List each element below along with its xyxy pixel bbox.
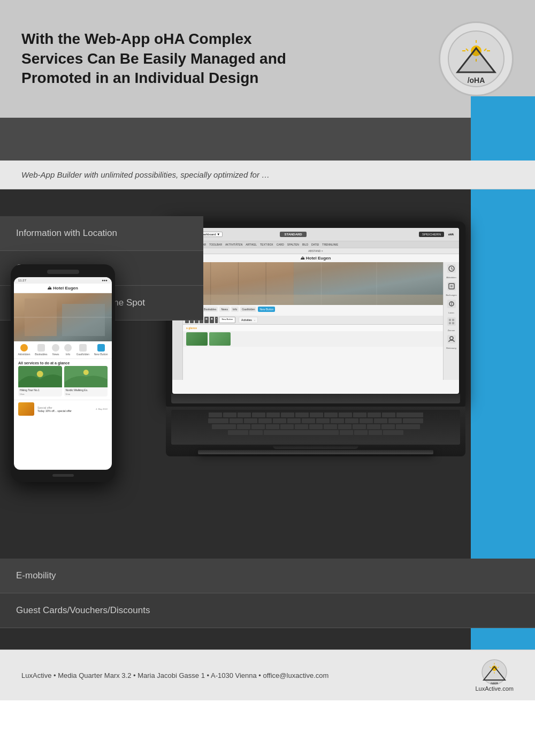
webapp-standard-btn[interactable]: STANDARD — [280, 232, 306, 237]
webapp-sidebar-zimmer-label: Zimmer — [448, 329, 455, 332]
feature-item-guest-cards[interactable]: Guest Cards/Vouchers/Discounts — [0, 593, 535, 628]
toolbar-card[interactable]: CARD — [276, 242, 285, 247]
phone-nav-gastfolden[interactable]: Gastfolden — [77, 344, 89, 356]
toolbar2-btn6[interactable]: ▣ — [210, 317, 214, 323]
webapp-sidebar-listen-icon[interactable] — [447, 300, 456, 308]
footer-logo: /oHA LuxActive.com — [475, 659, 514, 692]
webapp-topbar: English ▼ Dashboard ▼ STANDARD SPEICHERN… — [172, 228, 459, 241]
top-section: With the Web-App oHA Complex Services Ca… — [0, 0, 535, 118]
phone-activity-1-sub: Ursa — [18, 393, 62, 396]
toolbar2-btn7[interactable]: ▪ — [215, 317, 218, 323]
laptop-screen-outer: English ▼ Dashboard ▼ STANDARD SPEICHERN… — [166, 222, 465, 407]
laptop-trackpad — [273, 445, 358, 449]
webapp-oha-icon: oHA — [446, 230, 456, 239]
feature-item-information[interactable]: Information with Location — [0, 216, 203, 251]
laptop-mockup: English ▼ Dashboard ▼ STANDARD SPEICHERN… — [166, 222, 465, 456]
webapp-activities-label: Activities — [241, 318, 252, 322]
toolbar-textbox[interactable]: TEXT BOX — [259, 242, 274, 247]
webapp-nav-row: Aktivitäten Bookables News Info Gastfold… — [183, 305, 443, 314]
webapp-sidebar-activities-icon[interactable] — [447, 264, 456, 273]
webapp-nav-bookables[interactable]: Bookables — [202, 307, 218, 312]
phone-special-offer[interactable]: Special offer Today 10% off... special o… — [14, 400, 112, 418]
laptop-body: English ▼ Dashboard ▼ STANDARD SPEICHERN… — [166, 222, 465, 456]
phone-nav-row: Aktivitäten Bookables News Info — [14, 341, 112, 359]
svg-rect-37 — [452, 322, 454, 324]
svg-rect-29 — [449, 284, 454, 289]
webapp-sidebar-betreuung-label: Betreuung — [446, 347, 456, 349]
svg-point-16 — [37, 371, 43, 377]
webapp-sidebar-listen-label: Listen — [448, 311, 454, 314]
phone-signal: ●●● — [102, 279, 108, 282]
webapp-toolbar2: ⊞ ◁ ▷ ⤓ ▦ ▣ ▪ New Button — [183, 316, 443, 325]
bottom-features-section: E-mobility Guest Cards/Vouchers/Discount… — [0, 559, 535, 628]
svg-point-38 — [450, 337, 453, 340]
phone-activity-card-1[interactable]: Hiking Tour No.1 Ursa — [18, 366, 62, 396]
webapp-thumb2 — [209, 332, 231, 346]
phone-status-bar: 11:27 ●●● — [14, 277, 112, 284]
key-row-1 — [174, 413, 457, 417]
phone-hotel-image — [14, 293, 112, 341]
toolbar-spalten[interactable]: SPALTEN — [286, 242, 300, 247]
phone-hotel-name: Hotel Eugen — [53, 286, 78, 291]
webapp-sidebar-buchungen-label: Buchungen — [446, 294, 456, 296]
webapp-content: ≡ ⊞ — [172, 262, 459, 380]
svg-rect-34 — [449, 319, 451, 321]
phone-nav-info[interactable]: Info — [64, 344, 72, 356]
webapp-ui: English ▼ Dashboard ▼ STANDARD SPEICHERN… — [172, 228, 459, 394]
webapp-nav-gastfolden[interactable]: Gastfolden — [240, 307, 256, 312]
phone-nav-new-button[interactable]: New Button — [94, 344, 108, 356]
webapp-right-sidebar: Aktivitäten Buchungen Listen — [443, 262, 459, 380]
toolbar-datei[interactable]: DATEI — [310, 242, 320, 247]
phone-activity-2-title: Nordic Walking Ex. — [64, 387, 108, 393]
webapp-sidebar-buchungen-icon[interactable] — [447, 282, 456, 291]
toolbar-toolbar[interactable]: TOOLBAR — [208, 242, 223, 247]
toolbar2-new-btn[interactable]: New Button — [219, 317, 235, 323]
laptop-bottom-bar — [198, 450, 433, 454]
svg-text:/oHA: /oHA — [468, 76, 485, 85]
phone-hotel-header: ⛰ Hotel Eugen — [14, 284, 112, 293]
phone-hotel-icon: ⛰ — [48, 286, 53, 291]
phone-home-button — [52, 474, 74, 477]
webapp-glance-text: a glance — [183, 325, 443, 331]
webapp-hotel-title: ⛰ Hotel Eugen — [172, 254, 459, 262]
toolbar-bild[interactable]: BILD — [301, 242, 309, 247]
svg-point-18 — [83, 370, 88, 375]
toolbar-aktivitaten[interactable]: AKTIVITÄTEN — [224, 242, 243, 247]
toolbar2-btn5[interactable]: ▦ — [204, 317, 209, 323]
webapp-nav-info[interactable]: Info — [231, 307, 239, 312]
phone-offer-image — [18, 402, 34, 416]
laptop-screen-inner: English ▼ Dashboard ▼ STANDARD SPEICHERN… — [172, 228, 459, 394]
key-row-4 — [174, 430, 457, 435]
laptop-keyboard-area — [166, 407, 465, 456]
webapp-sidebar-activities-label: Aktivitäten — [446, 276, 456, 279]
feature-item-emobility[interactable]: E-mobility — [0, 559, 535, 593]
phone-activity-2-sub: Ursa — [64, 393, 108, 396]
webapp-toolbar: BUTTON BUTTONBAR TOOLBAR AKTIVITÄTEN ART… — [172, 241, 459, 248]
webapp-sidebar-zimmer-icon[interactable] — [447, 317, 456, 326]
toolbar-artikel[interactable]: ARTIKEL — [244, 242, 258, 247]
phone-body: 11:27 ●●● ⛰ Hotel Eugen — [11, 264, 115, 482]
key-row-2 — [174, 418, 457, 423]
oha-logo-circle: /oHA — [439, 21, 514, 96]
toolbar-trennlinie[interactable]: TRENNLINIE — [321, 242, 339, 247]
middle-section: Information with Location Orders/Reserva… — [0, 189, 535, 650]
footer-logo-text: LuxActive.com — [475, 685, 514, 692]
webapp-speichern-btn[interactable]: SPEICHERN — [419, 232, 444, 237]
phone-nav-bookables[interactable]: Bookables — [35, 344, 47, 356]
webapp-hotel-image — [183, 262, 443, 305]
svg-rect-27 — [183, 295, 443, 305]
webapp-nav-news[interactable]: News — [219, 307, 230, 312]
svg-rect-13 — [62, 304, 105, 336]
webapp-nav-new-button[interactable]: New Button — [258, 307, 275, 312]
phone-nav-news[interactable]: News — [52, 344, 59, 356]
phone-activity-card-2[interactable]: Nordic Walking Ex. Ursa — [64, 366, 108, 396]
phone-activities: Hiking Tour No.1 Ursa Nor — [14, 366, 112, 400]
oha-logo-svg: /oHA — [447, 29, 506, 88]
webapp-activities-panel: Activities × — [239, 317, 258, 323]
phone-nav-activities[interactable]: Aktivitäten — [18, 344, 30, 356]
webapp-activities-close[interactable]: × — [254, 319, 255, 322]
laptop-keyboard — [171, 410, 460, 445]
phone-section-title: All services to do at a glance — [14, 359, 112, 366]
footer: LuxActive • Media Quarter Marx 3.2 • Mar… — [0, 650, 535, 700]
webapp-sidebar-betreuung-icon[interactable] — [447, 335, 456, 343]
